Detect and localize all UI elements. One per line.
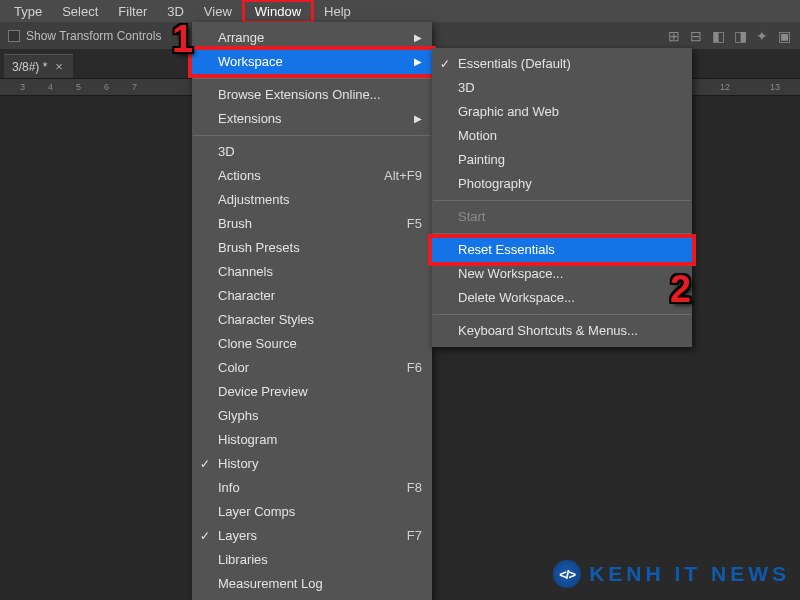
menu-bar: Type Select Filter 3D View Window Help bbox=[0, 0, 800, 22]
menu-item-actions[interactable]: ActionsAlt+F9 bbox=[192, 164, 432, 188]
mode-icon[interactable]: ◨ bbox=[732, 28, 748, 44]
menu-item-character[interactable]: Character bbox=[192, 284, 432, 308]
menu-type[interactable]: Type bbox=[4, 2, 52, 21]
window-menu-dropdown: Arrange ▶ Workspace ▶ Browse Extensions … bbox=[192, 22, 432, 600]
menu-separator bbox=[193, 78, 431, 79]
3d-icon[interactable]: ◧ bbox=[710, 28, 726, 44]
menu-item-browse-extensions[interactable]: Browse Extensions Online... bbox=[192, 83, 432, 107]
menu-item-layers[interactable]: LayersF7 bbox=[192, 524, 432, 548]
workspace-item-3d[interactable]: 3D bbox=[432, 76, 692, 100]
document-tab-label: 3/8#) * bbox=[12, 60, 47, 74]
watermark-logo-icon: </> bbox=[553, 560, 581, 588]
show-transform-controls-checkbox[interactable]: Show Transform Controls bbox=[8, 29, 161, 43]
workspace-item-keyboard-shortcuts[interactable]: Keyboard Shortcuts & Menus... bbox=[432, 319, 692, 343]
menu-item-histogram[interactable]: Histogram bbox=[192, 428, 432, 452]
workspace-item-motion[interactable]: Motion bbox=[432, 124, 692, 148]
menu-separator bbox=[433, 314, 691, 315]
menu-item-character-styles[interactable]: Character Styles bbox=[192, 308, 432, 332]
submenu-arrow-icon: ▶ bbox=[414, 29, 422, 47]
submenu-arrow-icon: ▶ bbox=[414, 110, 422, 128]
menu-window[interactable]: Window bbox=[242, 0, 314, 24]
callout-1: 1 bbox=[172, 18, 193, 61]
menu-item-extensions[interactable]: Extensions ▶ bbox=[192, 107, 432, 131]
close-icon[interactable]: × bbox=[55, 59, 63, 74]
menu-item-history[interactable]: History bbox=[192, 452, 432, 476]
workspace-item-essentials[interactable]: Essentials (Default) bbox=[432, 52, 692, 76]
menu-item-brush[interactable]: BrushF5 bbox=[192, 212, 432, 236]
checkbox-icon bbox=[8, 30, 20, 42]
options-tool-icons: ⊞ ⊟ ◧ ◨ ✦ ▣ bbox=[666, 28, 792, 44]
align-icon[interactable]: ⊟ bbox=[688, 28, 704, 44]
camera-icon[interactable]: ▣ bbox=[776, 28, 792, 44]
menu-item-glyphs[interactable]: Glyphs bbox=[192, 404, 432, 428]
menu-item-layer-comps[interactable]: Layer Comps bbox=[192, 500, 432, 524]
workspace-item-delete-workspace[interactable]: Delete Workspace... bbox=[432, 286, 692, 310]
menu-item-clone-source[interactable]: Clone Source bbox=[192, 332, 432, 356]
menu-item-3d[interactable]: 3D bbox=[192, 140, 432, 164]
workspace-item-graphic-web[interactable]: Graphic and Web bbox=[432, 100, 692, 124]
menu-filter[interactable]: Filter bbox=[108, 2, 157, 21]
menu-item-device-preview[interactable]: Device Preview bbox=[192, 380, 432, 404]
gear-icon[interactable]: ✦ bbox=[754, 28, 770, 44]
workspace-item-photography[interactable]: Photography bbox=[432, 172, 692, 196]
menu-view[interactable]: View bbox=[194, 2, 242, 21]
menu-item-color[interactable]: ColorF6 bbox=[192, 356, 432, 380]
workspace-item-painting[interactable]: Painting bbox=[432, 148, 692, 172]
menu-item-measurement-log[interactable]: Measurement Log bbox=[192, 572, 432, 596]
workspace-submenu-dropdown: Essentials (Default) 3D Graphic and Web … bbox=[432, 48, 692, 347]
workspace-item-start: Start bbox=[432, 205, 692, 229]
align-icon[interactable]: ⊞ bbox=[666, 28, 682, 44]
menu-item-workspace[interactable]: Workspace ▶ bbox=[192, 50, 432, 74]
menu-item-brush-presets[interactable]: Brush Presets bbox=[192, 236, 432, 260]
submenu-arrow-icon: ▶ bbox=[414, 53, 422, 71]
document-tab[interactable]: 3/8#) * × bbox=[4, 54, 73, 78]
menu-help[interactable]: Help bbox=[314, 2, 361, 21]
menu-item-libraries[interactable]: Libraries bbox=[192, 548, 432, 572]
menu-separator bbox=[193, 135, 431, 136]
watermark: </> KENH IT NEWS bbox=[553, 560, 790, 588]
menu-item-channels[interactable]: Channels bbox=[192, 260, 432, 284]
callout-2: 2 bbox=[670, 268, 691, 311]
watermark-text: KENH IT NEWS bbox=[589, 562, 790, 586]
menu-item-info[interactable]: InfoF8 bbox=[192, 476, 432, 500]
workspace-item-reset-essentials[interactable]: Reset Essentials bbox=[432, 238, 692, 262]
menu-separator bbox=[433, 200, 691, 201]
menu-select[interactable]: Select bbox=[52, 2, 108, 21]
checkbox-label: Show Transform Controls bbox=[26, 29, 161, 43]
menu-item-adjustments[interactable]: Adjustments bbox=[192, 188, 432, 212]
